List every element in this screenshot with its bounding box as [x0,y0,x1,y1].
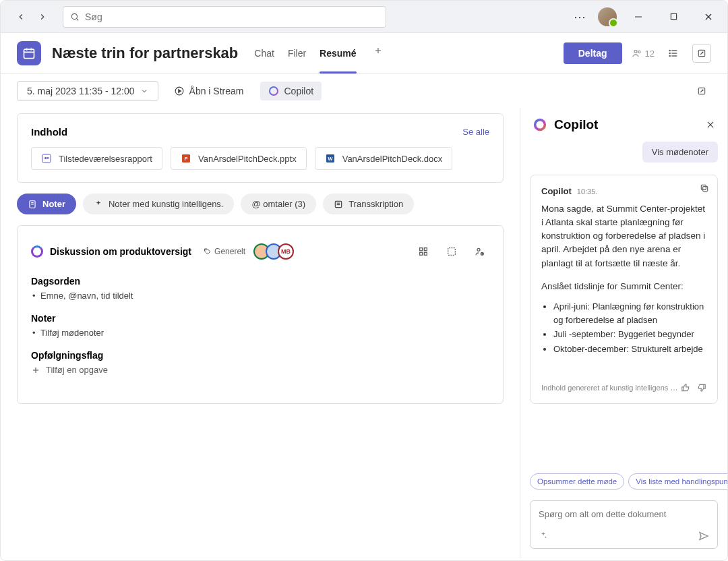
thumbs-down-icon[interactable] [697,383,706,392]
copilot-logo-icon [533,117,547,132]
timeline-item: Oktober-december: Strukturelt arbejde [553,343,706,356]
timeline-item: Juli -september: Byggeriet begynder [553,328,706,341]
svg-point-38 [206,249,207,251]
file-attendance-report[interactable]: Tilstedeværelsesrapport [31,147,162,170]
notes-tag[interactable]: Generelt [198,245,251,258]
copilot-input[interactable] [539,509,709,519]
window-close[interactable] [695,6,722,28]
chevron-down-icon [140,87,148,95]
more-icon[interactable]: ⋯ [570,9,590,24]
copilot-title: Copilot [554,117,598,132]
search-input[interactable] [85,11,379,22]
sparkle-prompt-icon[interactable] [539,531,548,541]
pill-mentions[interactable]: @ omtaler (3) [241,194,316,214]
copilot-composer[interactable] [530,500,718,549]
msg-body: Mona sagde, at Summit Center-projektet i… [541,202,706,270]
notes-title: Diskussion om produktoversigt [50,246,191,257]
prompt-suggestions: Opsummer dette møde Vis liste med handli… [520,468,727,495]
show-meeting-notes-button[interactable]: Vis mødenoter [642,142,718,163]
agenda-heading: Dagsorden [31,276,489,287]
svg-point-44 [477,248,480,251]
svg-point-23 [270,87,278,95]
search-box[interactable] [63,6,386,28]
send-icon[interactable] [698,531,709,541]
svg-text:W: W [328,156,332,162]
file-pptx[interactable]: P VanArsdelPitchDeck.pptx [171,147,307,170]
open-in-stream[interactable]: Åbn i Stream [166,82,252,100]
date-range-selector[interactable]: 5. maj 2023 11:35 - 12:00 [17,81,158,101]
svg-point-12 [634,50,637,53]
content-card: Indhold Se alle Tilstedeværelsesrapport … [17,113,504,183]
svg-point-0 [71,13,77,19]
msg-time: 10:35. [577,186,598,198]
svg-rect-6 [24,49,34,58]
titlebar: ⋯ [1,1,727,33]
notes-heading: Noter [31,313,489,324]
suggestion-action-items[interactable]: Vis liste med handlingspunkter [628,473,728,490]
see-all-link[interactable]: Se alle [462,127,489,137]
svg-point-48 [535,120,545,130]
tab-files[interactable]: Filer [288,42,306,64]
copilot-toggle[interactable]: Copilot [260,82,322,100]
meeting-header: Næste trin for partnerskab Chat Filer Re… [1,33,727,73]
transcript-icon [334,200,343,209]
nav-forward[interactable] [33,7,52,26]
svg-point-17 [669,50,670,51]
grid-icon[interactable] [414,242,433,261]
copy-icon[interactable] [700,183,709,193]
svg-rect-3 [671,13,676,19]
svg-marker-22 [178,90,181,93]
participants-count[interactable]: 12 [632,48,655,59]
tab-chat[interactable]: Chat [254,42,274,64]
avatar: MB [278,243,294,260]
meeting-title: Næste trin for partnerskab [52,45,238,62]
agenda-item[interactable]: Emne, @navn, tid tildelt [40,291,489,301]
ai-disclaimer: Indhold genereret af kunstig intelligens… [541,382,677,394]
note-collaborators[interactable]: MB [257,243,294,260]
msg-author: Copilot [541,185,572,198]
powerpoint-icon: P [181,153,191,164]
content-heading: Indhold [31,126,67,138]
expand-icon[interactable] [442,242,461,261]
svg-rect-41 [420,252,423,255]
share-people-icon[interactable] [471,242,489,261]
recap-toolbar: 5. maj 2023 11:35 - 12:00 Åbn i Stream C… [1,73,727,108]
copilot-panel: Copilot Vis mødenoter Copilot 10:35. Mon… [520,108,727,558]
plus-icon [31,365,40,375]
user-avatar[interactable] [598,7,617,26]
nav-back[interactable] [11,7,30,26]
svg-rect-40 [424,248,427,251]
notes-filter-pills: Noter Noter med kunstig intelligens. @ o… [17,194,504,214]
window-minimize[interactable] [625,6,652,28]
svg-point-26 [44,157,47,159]
join-button[interactable]: Deltag [564,42,622,64]
svg-rect-43 [448,248,456,256]
pill-ai-notes[interactable]: Noter med kunstig intelligens. [83,194,235,214]
notes-item[interactable]: Tilføj mødenoter [40,328,489,338]
svg-point-27 [47,157,49,159]
suggestion-summarize[interactable]: Opsummer dette møde [530,473,624,490]
copilot-message: Copilot 10:35. Mona sagde, at Summit Cen… [530,175,718,404]
popout-icon[interactable] [692,44,711,63]
add-task-button[interactable]: Tilføj en opgave [31,365,489,375]
teams-file-icon [41,153,52,164]
svg-line-1 [77,18,79,20]
tab-recap[interactable]: Resumé [320,42,356,64]
thumbs-up-icon[interactable] [681,383,690,392]
add-tab-button[interactable] [370,42,386,59]
svg-rect-42 [424,252,427,255]
tag-icon [204,247,212,256]
popout-toolbar-icon[interactable] [692,82,711,100]
window-maximize[interactable] [660,6,687,28]
pill-notes[interactable]: Noter [17,194,76,214]
list-icon[interactable] [664,44,683,63]
pill-transcript[interactable]: Transskription [323,194,414,214]
sparkle-icon [94,200,103,209]
timeline-heading: Anslået tidslinje for Summit Center: [541,280,706,293]
svg-rect-51 [703,187,708,191]
play-icon [175,86,184,96]
close-copilot-button[interactable] [706,120,715,129]
file-docx[interactable]: W VanArsdelPitchDeck.docx [315,147,453,170]
word-icon: W [325,153,336,164]
notes-icon [28,200,37,209]
